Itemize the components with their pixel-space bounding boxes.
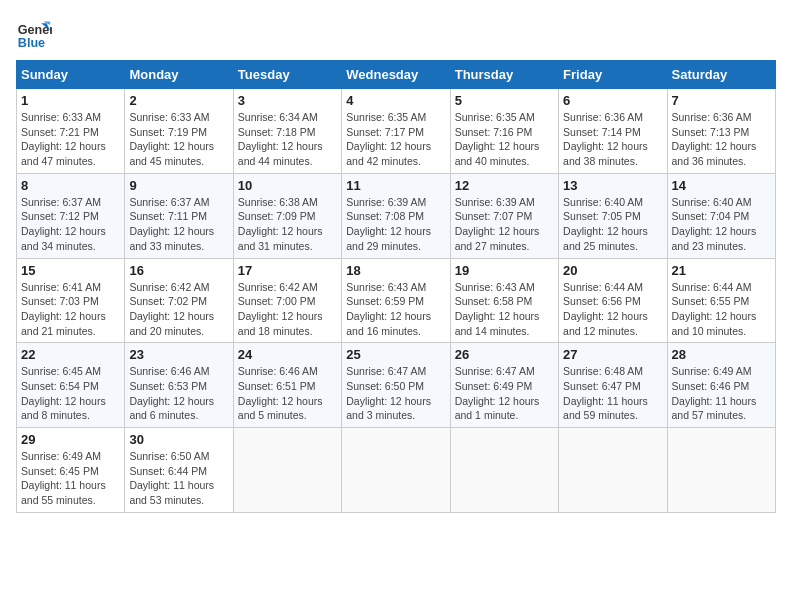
calendar-cell: 18Sunrise: 6:43 AMSunset: 6:59 PMDayligh… xyxy=(342,258,450,343)
day-number: 28 xyxy=(672,347,771,362)
calendar-cell: 26Sunrise: 6:47 AMSunset: 6:49 PMDayligh… xyxy=(450,343,558,428)
weekday-header-sunday: Sunday xyxy=(17,61,125,89)
day-number: 26 xyxy=(455,347,554,362)
day-number: 12 xyxy=(455,178,554,193)
calendar-week-row: 1Sunrise: 6:33 AMSunset: 7:21 PMDaylight… xyxy=(17,89,776,174)
calendar-cell: 24Sunrise: 6:46 AMSunset: 6:51 PMDayligh… xyxy=(233,343,341,428)
calendar-cell: 9Sunrise: 6:37 AMSunset: 7:11 PMDaylight… xyxy=(125,173,233,258)
calendar-cell: 13Sunrise: 6:40 AMSunset: 7:05 PMDayligh… xyxy=(559,173,667,258)
day-number: 19 xyxy=(455,263,554,278)
calendar-cell: 20Sunrise: 6:44 AMSunset: 6:56 PMDayligh… xyxy=(559,258,667,343)
day-number: 14 xyxy=(672,178,771,193)
day-info: Sunrise: 6:50 AMSunset: 6:44 PMDaylight:… xyxy=(129,449,228,508)
day-info: Sunrise: 6:33 AMSunset: 7:21 PMDaylight:… xyxy=(21,110,120,169)
day-info: Sunrise: 6:45 AMSunset: 6:54 PMDaylight:… xyxy=(21,364,120,423)
day-info: Sunrise: 6:44 AMSunset: 6:56 PMDaylight:… xyxy=(563,280,662,339)
calendar-cell: 21Sunrise: 6:44 AMSunset: 6:55 PMDayligh… xyxy=(667,258,775,343)
calendar-cell: 10Sunrise: 6:38 AMSunset: 7:09 PMDayligh… xyxy=(233,173,341,258)
day-info: Sunrise: 6:40 AMSunset: 7:04 PMDaylight:… xyxy=(672,195,771,254)
day-info: Sunrise: 6:49 AMSunset: 6:45 PMDaylight:… xyxy=(21,449,120,508)
logo: General Blue xyxy=(16,16,52,52)
calendar-cell: 6Sunrise: 6:36 AMSunset: 7:14 PMDaylight… xyxy=(559,89,667,174)
svg-text:Blue: Blue xyxy=(18,36,45,50)
logo-icon: General Blue xyxy=(16,16,52,52)
calendar-cell: 1Sunrise: 6:33 AMSunset: 7:21 PMDaylight… xyxy=(17,89,125,174)
calendar-cell: 8Sunrise: 6:37 AMSunset: 7:12 PMDaylight… xyxy=(17,173,125,258)
day-info: Sunrise: 6:39 AMSunset: 7:07 PMDaylight:… xyxy=(455,195,554,254)
calendar-cell: 14Sunrise: 6:40 AMSunset: 7:04 PMDayligh… xyxy=(667,173,775,258)
calendar-cell xyxy=(342,428,450,513)
day-info: Sunrise: 6:41 AMSunset: 7:03 PMDaylight:… xyxy=(21,280,120,339)
day-number: 5 xyxy=(455,93,554,108)
day-info: Sunrise: 6:43 AMSunset: 6:58 PMDaylight:… xyxy=(455,280,554,339)
day-info: Sunrise: 6:36 AMSunset: 7:13 PMDaylight:… xyxy=(672,110,771,169)
day-info: Sunrise: 6:49 AMSunset: 6:46 PMDaylight:… xyxy=(672,364,771,423)
day-info: Sunrise: 6:40 AMSunset: 7:05 PMDaylight:… xyxy=(563,195,662,254)
calendar-header-row: SundayMondayTuesdayWednesdayThursdayFrid… xyxy=(17,61,776,89)
day-number: 24 xyxy=(238,347,337,362)
day-info: Sunrise: 6:47 AMSunset: 6:50 PMDaylight:… xyxy=(346,364,445,423)
day-info: Sunrise: 6:42 AMSunset: 7:02 PMDaylight:… xyxy=(129,280,228,339)
day-info: Sunrise: 6:34 AMSunset: 7:18 PMDaylight:… xyxy=(238,110,337,169)
calendar-week-row: 29Sunrise: 6:49 AMSunset: 6:45 PMDayligh… xyxy=(17,428,776,513)
day-info: Sunrise: 6:46 AMSunset: 6:53 PMDaylight:… xyxy=(129,364,228,423)
day-number: 25 xyxy=(346,347,445,362)
calendar-cell: 22Sunrise: 6:45 AMSunset: 6:54 PMDayligh… xyxy=(17,343,125,428)
day-number: 13 xyxy=(563,178,662,193)
day-number: 2 xyxy=(129,93,228,108)
calendar-cell: 5Sunrise: 6:35 AMSunset: 7:16 PMDaylight… xyxy=(450,89,558,174)
calendar-week-row: 8Sunrise: 6:37 AMSunset: 7:12 PMDaylight… xyxy=(17,173,776,258)
day-number: 10 xyxy=(238,178,337,193)
weekday-header-monday: Monday xyxy=(125,61,233,89)
day-number: 23 xyxy=(129,347,228,362)
day-number: 15 xyxy=(21,263,120,278)
calendar-cell: 30Sunrise: 6:50 AMSunset: 6:44 PMDayligh… xyxy=(125,428,233,513)
day-info: Sunrise: 6:48 AMSunset: 6:47 PMDaylight:… xyxy=(563,364,662,423)
calendar-cell xyxy=(450,428,558,513)
weekday-header-wednesday: Wednesday xyxy=(342,61,450,89)
calendar-week-row: 22Sunrise: 6:45 AMSunset: 6:54 PMDayligh… xyxy=(17,343,776,428)
day-number: 8 xyxy=(21,178,120,193)
calendar-cell: 2Sunrise: 6:33 AMSunset: 7:19 PMDaylight… xyxy=(125,89,233,174)
calendar-table: SundayMondayTuesdayWednesdayThursdayFrid… xyxy=(16,60,776,513)
calendar-cell: 7Sunrise: 6:36 AMSunset: 7:13 PMDaylight… xyxy=(667,89,775,174)
day-number: 20 xyxy=(563,263,662,278)
day-info: Sunrise: 6:35 AMSunset: 7:16 PMDaylight:… xyxy=(455,110,554,169)
day-number: 4 xyxy=(346,93,445,108)
day-number: 30 xyxy=(129,432,228,447)
day-number: 6 xyxy=(563,93,662,108)
day-info: Sunrise: 6:42 AMSunset: 7:00 PMDaylight:… xyxy=(238,280,337,339)
day-number: 1 xyxy=(21,93,120,108)
calendar-cell: 27Sunrise: 6:48 AMSunset: 6:47 PMDayligh… xyxy=(559,343,667,428)
calendar-cell: 29Sunrise: 6:49 AMSunset: 6:45 PMDayligh… xyxy=(17,428,125,513)
day-info: Sunrise: 6:37 AMSunset: 7:11 PMDaylight:… xyxy=(129,195,228,254)
weekday-header-friday: Friday xyxy=(559,61,667,89)
day-number: 16 xyxy=(129,263,228,278)
calendar-cell xyxy=(233,428,341,513)
calendar-cell: 28Sunrise: 6:49 AMSunset: 6:46 PMDayligh… xyxy=(667,343,775,428)
calendar-cell xyxy=(667,428,775,513)
calendar-cell: 3Sunrise: 6:34 AMSunset: 7:18 PMDaylight… xyxy=(233,89,341,174)
calendar-cell: 16Sunrise: 6:42 AMSunset: 7:02 PMDayligh… xyxy=(125,258,233,343)
page-header: General Blue xyxy=(16,16,776,52)
calendar-cell: 4Sunrise: 6:35 AMSunset: 7:17 PMDaylight… xyxy=(342,89,450,174)
calendar-cell: 19Sunrise: 6:43 AMSunset: 6:58 PMDayligh… xyxy=(450,258,558,343)
calendar-cell xyxy=(559,428,667,513)
day-number: 18 xyxy=(346,263,445,278)
day-number: 21 xyxy=(672,263,771,278)
day-info: Sunrise: 6:37 AMSunset: 7:12 PMDaylight:… xyxy=(21,195,120,254)
weekday-header-saturday: Saturday xyxy=(667,61,775,89)
day-info: Sunrise: 6:46 AMSunset: 6:51 PMDaylight:… xyxy=(238,364,337,423)
day-info: Sunrise: 6:47 AMSunset: 6:49 PMDaylight:… xyxy=(455,364,554,423)
day-info: Sunrise: 6:38 AMSunset: 7:09 PMDaylight:… xyxy=(238,195,337,254)
day-info: Sunrise: 6:44 AMSunset: 6:55 PMDaylight:… xyxy=(672,280,771,339)
day-number: 3 xyxy=(238,93,337,108)
day-number: 22 xyxy=(21,347,120,362)
weekday-header-thursday: Thursday xyxy=(450,61,558,89)
day-info: Sunrise: 6:39 AMSunset: 7:08 PMDaylight:… xyxy=(346,195,445,254)
calendar-week-row: 15Sunrise: 6:41 AMSunset: 7:03 PMDayligh… xyxy=(17,258,776,343)
calendar-cell: 17Sunrise: 6:42 AMSunset: 7:00 PMDayligh… xyxy=(233,258,341,343)
weekday-header-tuesday: Tuesday xyxy=(233,61,341,89)
day-info: Sunrise: 6:36 AMSunset: 7:14 PMDaylight:… xyxy=(563,110,662,169)
day-info: Sunrise: 6:43 AMSunset: 6:59 PMDaylight:… xyxy=(346,280,445,339)
